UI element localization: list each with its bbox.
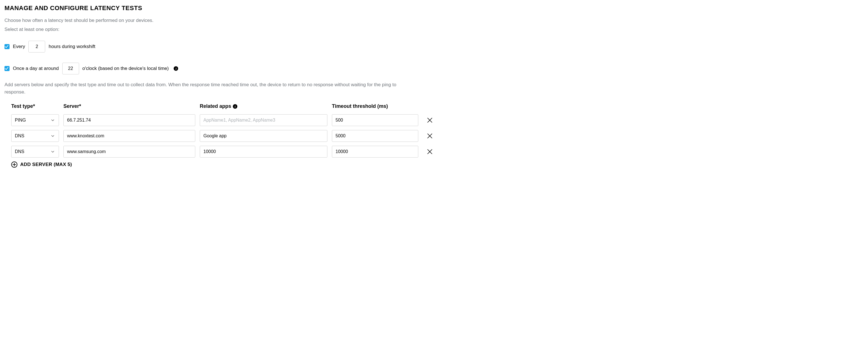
plus-circle-icon <box>11 162 18 168</box>
once-daily-checkbox[interactable] <box>4 66 9 71</box>
desc-line-2: Select at least one option: <box>4 26 864 33</box>
option-every-hours: Every hours during workshift <box>4 41 864 53</box>
th-test-type: Test type* <box>11 103 59 109</box>
every-hours-checkbox[interactable] <box>4 44 9 49</box>
add-server-button[interactable]: ADD SERVER (MAX 5) <box>11 162 72 168</box>
frequency-description: Choose how often a latency test should b… <box>4 17 864 33</box>
remove-row-button[interactable] <box>426 116 434 124</box>
test-type-value: DNS <box>15 134 48 139</box>
related-apps-input[interactable] <box>200 146 328 157</box>
related-apps-input[interactable] <box>200 114 328 126</box>
timeout-input[interactable] <box>332 114 418 126</box>
every-prefix: Every <box>13 44 25 50</box>
timeout-input[interactable] <box>332 146 418 157</box>
th-related-apps-label: Related apps <box>200 103 231 109</box>
test-type-value: PING <box>15 118 48 123</box>
chevron-down-icon <box>50 118 55 123</box>
th-server: Server* <box>63 103 195 109</box>
server-table-header: Test type* Server* Related apps i Timeou… <box>11 103 436 109</box>
table-row: DNS <box>11 130 436 142</box>
th-timeout: Timeout threshold (ms) <box>332 103 418 109</box>
th-related-apps: Related apps i <box>200 103 328 109</box>
server-input[interactable] <box>63 146 195 157</box>
test-type-select[interactable]: PING <box>11 114 59 126</box>
related-apps-input[interactable] <box>200 130 328 142</box>
test-type-select[interactable]: DNS <box>11 146 59 157</box>
chevron-down-icon <box>50 134 55 139</box>
desc-line-1: Choose how often a latency test should b… <box>4 17 864 24</box>
add-server-label: ADD SERVER (MAX 5) <box>20 162 72 167</box>
servers-description: Add servers below and specify the test t… <box>4 81 400 95</box>
test-type-select[interactable]: DNS <box>11 130 59 142</box>
option-once-daily: Once a day at around o'clock (based on t… <box>4 63 864 75</box>
info-icon[interactable]: i <box>174 66 178 71</box>
chevron-down-icon <box>50 149 55 154</box>
table-row: DNS <box>11 146 436 157</box>
every-hours-input[interactable] <box>28 41 45 53</box>
remove-row-button[interactable] <box>426 132 434 140</box>
server-input[interactable] <box>63 114 195 126</box>
server-input[interactable] <box>63 130 195 142</box>
timeout-input[interactable] <box>332 130 418 142</box>
page-title: MANAGE AND CONFIGURE LATENCY TESTS <box>4 4 864 12</box>
info-icon[interactable]: i <box>233 104 237 109</box>
table-row: PING <box>11 114 436 126</box>
test-type-value: DNS <box>15 149 48 154</box>
remove-row-button[interactable] <box>426 148 434 155</box>
daily-prefix: Once a day at around <box>13 66 59 71</box>
daily-hour-input[interactable] <box>62 63 79 75</box>
every-suffix: hours during workshift <box>49 44 95 50</box>
daily-suffix: o'clock (based on the device's local tim… <box>83 66 169 71</box>
